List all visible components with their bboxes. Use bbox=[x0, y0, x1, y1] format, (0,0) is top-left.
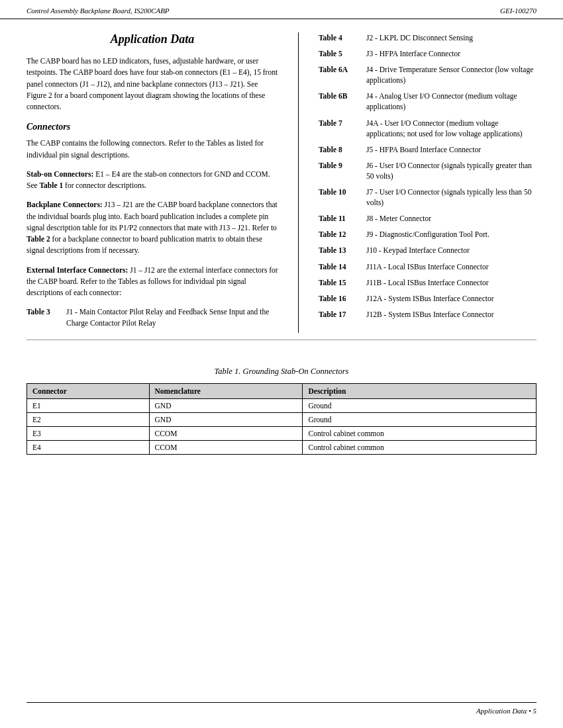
right-table-entry: Table 9J6 - User I/O Connector (signals … bbox=[319, 160, 537, 181]
right-table-entry: Table 4J2 - LKPL DC Disconnect Sensing bbox=[319, 32, 537, 43]
right-table-desc: J10 - Keypad Interface Connector bbox=[366, 245, 537, 255]
intro-text: The CABP board has no LED indicators, fu… bbox=[26, 56, 278, 113]
table-row: E4CCOMControl cabinet common bbox=[27, 440, 537, 454]
connectors-heading: Connectors bbox=[26, 122, 278, 132]
backplane-text: J13 – J21 are the CABP board backplane c… bbox=[26, 201, 278, 254]
right-table-desc: J4A - User I/O Connector (medium voltage… bbox=[366, 118, 537, 139]
right-table-entry: Table 16J12A - System ISBus Interface Co… bbox=[319, 293, 537, 304]
page-header: Control Assembly Backplane Board, IS200C… bbox=[0, 0, 563, 19]
table1-header-cell: Connector bbox=[27, 383, 150, 398]
right-table-entry: Table 17J12B - System ISBus Interface Co… bbox=[319, 309, 537, 320]
right-table-label: Table 16 bbox=[319, 293, 366, 304]
table-cell: E3 bbox=[27, 426, 150, 440]
table-section: Table 1. Grounding Stab-On Connectors Co… bbox=[0, 353, 563, 494]
right-table-desc: J7 - User I/O Connector (signals typical… bbox=[366, 187, 537, 208]
connector-block-external: External Interface Connectors: J1 – J12 … bbox=[26, 265, 278, 299]
right-table-desc: J11B - Local ISBus Interface Connector bbox=[366, 277, 537, 288]
right-table-desc: J8 - Meter Connector bbox=[366, 213, 537, 224]
right-table-desc: J4 - Drive Temperature Sensor Connector … bbox=[366, 64, 537, 85]
right-table-entry: Table 15J11B - Local ISBus Interface Con… bbox=[319, 277, 537, 288]
page-container: Control Assembly Backplane Board, IS200C… bbox=[0, 0, 563, 728]
right-table-desc: J2 - LKPL DC Disconnect Sensing bbox=[366, 32, 537, 43]
column-divider bbox=[298, 32, 299, 333]
right-table-label: Table 6B bbox=[319, 91, 366, 112]
right-table-desc: J12A - System ISBus Interface Connector bbox=[366, 293, 537, 304]
connector-block-backplane: Backplane Connectors: J13 – J21 are the … bbox=[26, 199, 278, 256]
table-cell: CCOM bbox=[149, 440, 303, 454]
right-table-entry: Table 7J4A - User I/O Connector (medium … bbox=[319, 118, 537, 139]
table1-body: E1GNDGroundE2GNDGroundE3CCOMControl cabi… bbox=[27, 398, 537, 454]
right-table-entry: Table 5J3 - HFPA Interface Connector bbox=[319, 48, 537, 59]
table1-header-row: ConnectorNomenclatureDescription bbox=[27, 383, 537, 398]
table-ref-3-desc: J1 - Main Contactor Pilot Relay and Feed… bbox=[66, 306, 278, 328]
table-cell: E2 bbox=[27, 412, 150, 426]
right-table-entry: Table 6AJ4 - Drive Temperature Sensor Co… bbox=[319, 64, 537, 85]
right-table-desc: J11A - Local ISBus Interface Connector bbox=[366, 261, 537, 272]
right-table-entry: Table 14J11A - Local ISBus Interface Con… bbox=[319, 261, 537, 272]
stabon-label: Stab-on Connectors: bbox=[26, 170, 93, 178]
table1-header-cell: Nomenclature bbox=[149, 383, 303, 398]
external-label: External Interface Connectors: bbox=[26, 266, 128, 274]
right-table-label: Table 8 bbox=[319, 144, 366, 155]
table1: ConnectorNomenclatureDescription E1GNDGr… bbox=[26, 383, 537, 455]
right-column: Table 4J2 - LKPL DC Disconnect SensingTa… bbox=[319, 32, 537, 333]
right-table-entry: Table 12J9 - Diagnostic/Configuration To… bbox=[319, 229, 537, 240]
right-table-desc: J6 - User I/O Connector (signals typical… bbox=[366, 160, 537, 181]
table-cell: GND bbox=[149, 398, 303, 412]
right-table-label: Table 4 bbox=[319, 32, 366, 43]
footer-right: Application Data • 5 bbox=[476, 707, 537, 715]
right-table-entry: Table 13J10 - Keypad Interface Connector bbox=[319, 245, 537, 255]
page-title: Application Data bbox=[26, 32, 278, 46]
right-table-label: Table 14 bbox=[319, 261, 366, 272]
page-footer: Application Data • 5 bbox=[26, 702, 537, 715]
table1-header-cell: Description bbox=[303, 383, 537, 398]
right-table-entry: Table 8J5 - HFPA Board Interface Connect… bbox=[319, 144, 537, 155]
right-table-desc: J3 - HFPA Interface Connector bbox=[366, 48, 537, 59]
table-row: E1GNDGround bbox=[27, 398, 537, 412]
table-cell: Control cabinet common bbox=[303, 440, 537, 454]
right-table-label: Table 5 bbox=[319, 48, 366, 59]
table-cell: Ground bbox=[303, 412, 537, 426]
connectors-intro: The CABP contains the following connecto… bbox=[26, 138, 278, 161]
table-ref-3-label: Table 3 bbox=[26, 306, 66, 328]
right-table-desc: J4 - Analog User I/O Connector (medium v… bbox=[366, 91, 537, 112]
right-table-refs: Table 4J2 - LKPL DC Disconnect SensingTa… bbox=[319, 32, 537, 320]
right-table-label: Table 6A bbox=[319, 64, 366, 85]
right-table-entry: Table 11J8 - Meter Connector bbox=[319, 213, 537, 224]
table1-title: Table 1. Grounding Stab-On Connectors bbox=[26, 367, 537, 377]
table1-head: ConnectorNomenclatureDescription bbox=[27, 383, 537, 398]
table-row: E3CCOMControl cabinet common bbox=[27, 426, 537, 440]
right-table-desc: J5 - HFPA Board Interface Connector bbox=[366, 144, 537, 155]
table-cell: GND bbox=[149, 412, 303, 426]
right-table-desc: J9 - Diagnostic/Configuration Tool Port. bbox=[366, 229, 537, 240]
right-table-label: Table 12 bbox=[319, 229, 366, 240]
section-divider bbox=[26, 340, 537, 340]
table-cell: E4 bbox=[27, 440, 150, 454]
main-content: Application Data The CABP board has no L… bbox=[0, 19, 563, 333]
right-table-entry: Table 10J7 - User I/O Connector (signals… bbox=[319, 187, 537, 208]
table-cell: Ground bbox=[303, 398, 537, 412]
table-cell: CCOM bbox=[149, 426, 303, 440]
backplane-label: Backplane Connectors: bbox=[26, 201, 103, 208]
right-table-label: Table 15 bbox=[319, 277, 366, 288]
right-table-label: Table 10 bbox=[319, 187, 366, 208]
right-table-label: Table 7 bbox=[319, 118, 366, 139]
connector-block-stabon: Stab-on Connectors: E1 – E4 are the stab… bbox=[26, 169, 278, 192]
right-table-desc: J12B - System ISBus Interface Connector bbox=[366, 309, 537, 320]
right-table-label: Table 9 bbox=[319, 160, 366, 181]
table-row: E2GNDGround bbox=[27, 412, 537, 426]
right-table-entry: Table 6BJ4 - Analog User I/O Connector (… bbox=[319, 91, 537, 112]
right-table-label: Table 11 bbox=[319, 213, 366, 224]
left-column: Application Data The CABP board has no L… bbox=[26, 32, 278, 333]
table-cell: E1 bbox=[27, 398, 150, 412]
header-left: Control Assembly Backplane Board, IS200C… bbox=[26, 7, 170, 15]
right-table-label: Table 13 bbox=[319, 245, 366, 255]
right-table-label: Table 17 bbox=[319, 309, 366, 320]
table-ref-3: Table 3 J1 - Main Contactor Pilot Relay … bbox=[26, 306, 278, 328]
table-cell: Control cabinet common bbox=[303, 426, 537, 440]
header-right: GEI-100270 bbox=[500, 7, 537, 15]
